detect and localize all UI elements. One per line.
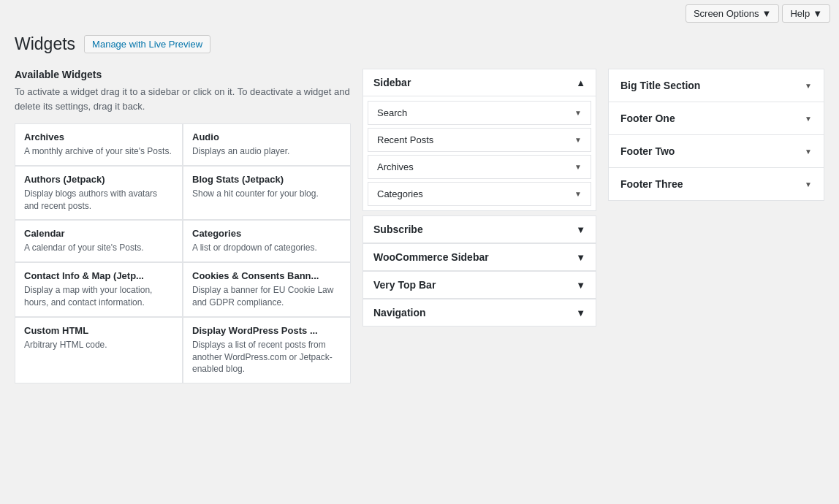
widget-item-name: Audio [192,131,341,142]
widget-item[interactable]: Calendar A calendar of your site's Posts… [15,220,183,262]
widget-item[interactable]: Archives A monthly archive of your site'… [15,123,183,166]
widget-item-name: Custom HTML [24,325,173,336]
right-sidebar-title: Footer One [620,112,675,124]
widget-item[interactable]: Custom HTML Arbitrary HTML code. [15,317,183,383]
right-sidebar-row[interactable]: Footer One [608,102,824,135]
right-sidebar-chevron-icon [805,148,812,156]
collapsed-sidebar-header[interactable]: Navigation [363,299,596,326]
widget-item-desc: A list or dropdown of categories. [192,242,341,254]
sidebar-widget-row[interactable]: Categories [368,182,591,206]
widget-item-desc: Display a map with your location, hours,… [24,284,173,309]
widget-item-name: Blog Stats (Jetpack) [192,174,341,185]
widget-item-name: Display WordPress Posts ... [192,325,341,336]
collapsed-sidebar-title: Navigation [373,307,426,318]
collapsed-sidebar-section: WooCommerce Sidebar [362,243,596,271]
widget-item-desc: Displays an audio player. [192,145,341,158]
collapsed-sidebar-section: Subscribe [362,215,596,243]
right-sidebar-title: Big Title Section [620,80,700,91]
collapsed-sidebar-chevron-icon [576,308,585,318]
widget-item[interactable]: Audio Displays an audio player. [183,123,351,166]
widget-item-desc: Arbitrary HTML code. [24,339,173,351]
sidebar-widget-row[interactable]: Recent Posts [368,128,591,152]
widget-item-desc: A monthly archive of your site's Posts. [24,145,173,158]
right-sidebar-row[interactable]: Footer Two [608,134,824,168]
right-sidebars-panel: Big Title Section Footer One Footer Two … [608,69,824,200]
widget-item-name: Cookies & Consents Bann... [192,270,341,281]
sidebar-widget-chevron-icon [574,136,582,144]
available-widgets-description: To activate a widget drag it to a sideba… [15,85,351,113]
right-sidebar-row[interactable]: Big Title Section [608,69,824,102]
top-bar: Screen Options Help [0,0,839,27]
widget-item-desc: A calendar of your site's Posts. [24,242,173,254]
sidebars-panel: Sidebar Search Recent Posts Archives Cat… [362,69,596,327]
widget-item-desc: Display a banner for EU Cookie Law and G… [192,284,341,309]
collapsed-sidebar-header[interactable]: Very Top Bar [363,272,596,298]
help-chevron-icon [813,8,822,19]
widget-item-desc: Displays a list of recent posts from ano… [192,339,341,375]
main-layout: Available Widgets To activate a widget d… [15,69,824,383]
sidebar-widget-label: Search [377,107,407,118]
widget-item-name: Categories [192,228,341,239]
help-button[interactable]: Help [782,4,830,23]
widget-item[interactable]: Display WordPress Posts ... Displays a l… [183,317,351,383]
sidebar-widget-chevron-icon [574,109,582,117]
available-widgets-heading: Available Widgets [15,69,351,80]
collapsed-sidebar-header[interactable]: WooCommerce Sidebar [363,244,596,270]
help-label: Help [790,8,810,19]
collapsed-sidebar-section: Navigation [362,299,596,327]
widget-item-desc: Display blogs authors with avatars and r… [24,188,173,213]
collapsed-sidebar-title: Very Top Bar [373,279,436,291]
page-header: Widgets Manage with Live Preview [15,34,824,54]
collapsed-sidebar-title: Subscribe [373,224,423,235]
screen-options-label: Screen Options [694,8,759,19]
page-title: Widgets [15,34,75,54]
widget-item[interactable]: Cookies & Consents Bann... Display a ban… [183,262,351,317]
sidebar-widget-row[interactable]: Archives [368,155,591,179]
right-sidebar-chevron-icon [805,180,812,188]
sidebar-header[interactable]: Sidebar [363,69,596,96]
widget-item[interactable]: Categories A list or dropdown of categor… [183,220,351,262]
sidebar-widget-chevron-icon [574,190,582,198]
right-sidebar-title: Footer Three [620,178,683,190]
collapsed-sidebar-header[interactable]: Subscribe [363,216,596,243]
sidebar-widget-label: Archives [377,161,414,172]
collapsed-sidebar-chevron-icon [576,280,585,291]
page-container: Widgets Manage with Live Preview Availab… [0,27,839,398]
collapsed-sidebar-chevron-icon [576,252,585,263]
screen-options-button[interactable]: Screen Options [686,4,779,23]
sidebar-widget-row[interactable]: Search [368,101,591,125]
widget-item[interactable]: Blog Stats (Jetpack) Show a hit counter … [183,166,351,221]
sidebar-widget-label: Recent Posts [377,134,433,145]
widget-item[interactable]: Authors (Jetpack) Display blogs authors … [15,166,183,221]
sidebar-expand-icon [576,77,585,88]
right-sidebar-chevron-icon [805,82,812,90]
sidebar-title: Sidebar [373,77,411,88]
widget-grid: Archives A monthly archive of your site'… [15,123,351,383]
sidebar-widget-label: Categories [377,188,423,199]
widget-item-name: Archives [24,131,173,142]
widget-item-name: Contact Info & Map (Jetp... [24,270,173,281]
live-preview-button[interactable]: Manage with Live Preview [84,35,210,53]
widget-item[interactable]: Contact Info & Map (Jetp... Display a ma… [15,262,183,317]
right-sidebar-title: Footer Two [620,145,675,157]
sidebar-widget-chevron-icon [574,163,582,171]
collapsed-sidebar-title: WooCommerce Sidebar [373,251,489,263]
collapsed-sidebar-chevron-icon [576,224,585,235]
collapsed-sidebar-section: Very Top Bar [362,271,596,299]
available-widgets-panel: Available Widgets To activate a widget d… [15,69,351,383]
widget-item-name: Calendar [24,228,173,239]
collapsed-sidebars: Subscribe WooCommerce Sidebar Very Top B… [362,215,596,327]
widget-item-name: Authors (Jetpack) [24,174,173,185]
sidebar-content: Search Recent Posts Archives Categories [363,96,596,210]
right-sidebar-chevron-icon [805,115,812,123]
right-sidebar-row[interactable]: Footer Three [608,167,824,201]
screen-options-chevron-icon [762,8,772,19]
widget-item-desc: Show a hit counter for your blog. [192,188,341,200]
sidebar-section: Sidebar Search Recent Posts Archives Cat… [362,69,596,211]
